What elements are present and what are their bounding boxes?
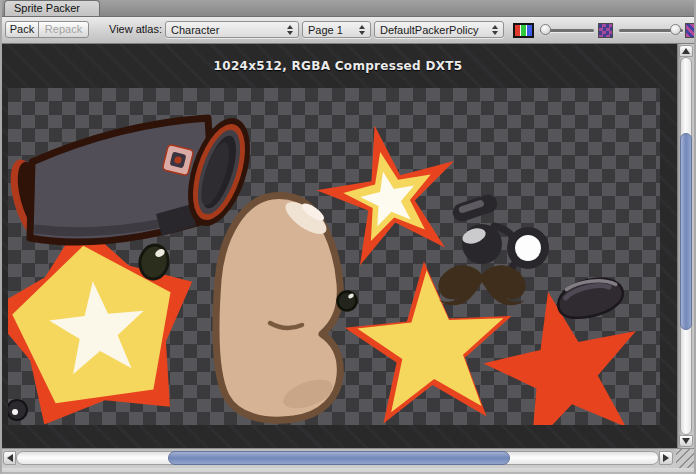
- rgb-channels-icon[interactable]: [513, 23, 534, 38]
- atlas-dropdown[interactable]: Character: [165, 21, 299, 38]
- tab-title: Sprite Packer: [14, 2, 80, 14]
- sprite-small-ball: [8, 400, 27, 420]
- scroll-right-button[interactable]: [659, 451, 673, 465]
- pack-button[interactable]: Pack: [5, 21, 39, 38]
- dropdown-arrows-icon: [359, 25, 365, 35]
- page-dropdown[interactable]: Page 1: [302, 21, 371, 38]
- vertical-scroll-thumb[interactable]: [680, 133, 692, 330]
- atlas-canvas: [8, 88, 660, 425]
- repack-button[interactable]: Repack: [38, 21, 89, 38]
- down-arrow-icon: [682, 438, 690, 444]
- atlas-info-label: 1024x512, RGBA Compressed DXT5: [2, 44, 674, 88]
- atlas-preview-area: 1024x512, RGBA Compressed DXT5: [2, 44, 694, 448]
- sprite-black-jelly-bean: [554, 273, 627, 324]
- sprite-mustache: [438, 265, 525, 305]
- vertical-scrollbar[interactable]: [677, 44, 694, 448]
- scroll-left-button[interactable]: [3, 451, 16, 465]
- sprite-explosion-burst-small: [316, 126, 454, 266]
- texture-preview-icon: [598, 23, 613, 38]
- color-mip-slider[interactable]: [540, 21, 594, 39]
- toolbar: Pack Repack View atlas: Character Page 1…: [2, 17, 694, 44]
- sprite-bean-character: [216, 196, 340, 421]
- sprite-cannon-horn: [8, 110, 262, 244]
- view-atlas-label: View atlas:: [90, 23, 162, 35]
- resize-grip[interactable]: [676, 449, 694, 468]
- dropdown-arrows-icon: [287, 25, 293, 35]
- alpha-mip-slider[interactable]: [619, 21, 683, 39]
- left-arrow-icon: [7, 454, 13, 462]
- atlas-dropdown-value: Character: [171, 24, 219, 36]
- page-dropdown-value: Page 1: [308, 24, 343, 36]
- scroll-up-button[interactable]: [679, 45, 693, 57]
- sprite-eye: [460, 224, 513, 264]
- right-arrow-icon: [663, 454, 669, 462]
- sprite-packer-window: Sprite Packer Pack Repack View atlas: Ch…: [0, 0, 696, 474]
- horizontal-scrollbar[interactable]: [2, 448, 694, 468]
- policy-dropdown[interactable]: DefaultPackerPolicy: [374, 21, 504, 38]
- policy-dropdown-value: DefaultPackerPolicy: [380, 24, 478, 36]
- texture-preview-icon: [685, 23, 696, 38]
- tab-sprite-packer[interactable]: Sprite Packer: [4, 0, 100, 16]
- dropdown-arrows-icon: [492, 25, 498, 35]
- slider-knob[interactable]: [670, 24, 681, 35]
- scroll-down-button[interactable]: [679, 435, 693, 447]
- window-bottom-edge: [2, 468, 694, 473]
- horizontal-scroll-thumb[interactable]: [168, 451, 510, 465]
- sprite-olive-small: [338, 292, 357, 311]
- tab-bar: Sprite Packer: [2, 0, 694, 17]
- up-arrow-icon: [682, 48, 690, 54]
- slider-knob[interactable]: [540, 24, 551, 35]
- sprite-eyebrow: [450, 192, 499, 223]
